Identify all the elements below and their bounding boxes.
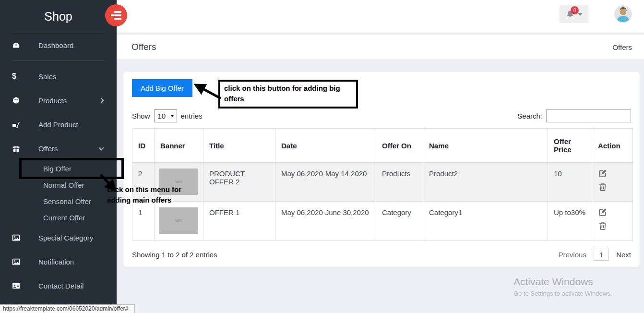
sidebar-item-label: Contact Detail <box>38 282 83 290</box>
table-row: 2 WIN PRODUCT OFFER 2 May 06,2020-May 14… <box>132 163 633 202</box>
sidebar-item-dashboard[interactable]: Dashboard <box>0 33 117 57</box>
caret-down-icon <box>578 13 583 16</box>
pagination-previous[interactable]: Previous <box>558 251 586 259</box>
header-date[interactable]: Date <box>275 129 376 163</box>
cell-action <box>592 163 633 202</box>
cell-price: Up to30% <box>548 202 592 241</box>
sidebar-item-products[interactable]: Products <box>0 88 117 112</box>
cell-id: 1 <box>132 202 155 241</box>
sidebar-item-label: Dashboard <box>38 41 73 49</box>
cell-action <box>592 202 633 241</box>
gift-icon <box>12 144 20 153</box>
annotation-text-button: click on this button for adding big offe… <box>224 84 340 103</box>
cell-name: Product2 <box>423 163 548 202</box>
sidebar-item-label: Add Product <box>38 120 78 129</box>
sidebar-subitem-normal-offer[interactable]: Normal Offer <box>0 177 117 193</box>
bell-icon: 0 <box>565 10 575 19</box>
sidebar-item-notification[interactable]: Notification <box>0 250 117 274</box>
notifications-button[interactable]: 0 <box>560 5 588 23</box>
contact-card-icon <box>12 282 20 290</box>
annotation-text-menu: click on this menu for adding main offer… <box>107 184 193 205</box>
sidebar-item-contact-detail[interactable]: Contact Detail <box>0 274 117 298</box>
sidebar-item-label: Notification <box>38 258 74 266</box>
status-url: https://freaktemplate.com/06052020/admin… <box>0 304 135 313</box>
brand-title: Shop <box>44 10 72 24</box>
header-offer-on[interactable]: Offer On <box>376 129 423 163</box>
cell-offer-on: Category <box>376 202 423 241</box>
entries-summary: Showing 1 to 2 of 2 entries <box>132 251 217 259</box>
dolly-icon <box>12 120 20 129</box>
brand: Shop <box>0 0 117 33</box>
gauge-icon <box>12 41 20 49</box>
image-icon <box>12 234 20 242</box>
edit-button[interactable] <box>598 207 608 218</box>
dollar-icon: $ <box>12 72 20 81</box>
sidebar-item-special-category[interactable]: Special Category <box>0 226 117 250</box>
table-footer: Showing 1 to 2 of 2 entries Previous 1 N… <box>132 249 631 261</box>
cell-banner: WIN <box>155 202 203 241</box>
trash-icon <box>598 221 608 231</box>
breadcrumb: Offers Offers <box>117 35 644 60</box>
add-big-offer-button[interactable]: Add Big Offer <box>132 79 192 97</box>
cell-title: PRODUCT OFFER 2 <box>203 163 275 202</box>
sidebar-subitem-sensonal-offer[interactable]: Sensonal Offer <box>0 193 117 209</box>
image-icon <box>12 258 20 266</box>
pagination: Previous 1 Next <box>558 249 631 261</box>
caret-down-icon <box>170 115 174 117</box>
sidebar-item-sales[interactable]: $ Sales <box>0 64 117 88</box>
search-input[interactable] <box>546 109 631 122</box>
page-size-value: 10 <box>158 112 166 120</box>
divider <box>12 60 105 61</box>
edit-icon <box>598 169 608 178</box>
sidebar-subitem-current-offer[interactable]: Current Offer <box>0 209 117 226</box>
sidebar-item-label: Sales <box>38 72 57 81</box>
content-area: Add Big Offer Show 10 entries Search: <box>117 60 644 313</box>
sidebar: Shop Dashboard $ Sales Products Add Prod… <box>0 0 117 313</box>
menu-icon <box>111 11 121 20</box>
sidebar-item-label: Special Category <box>38 234 93 242</box>
entries-label: entries <box>181 112 203 120</box>
sidebar-item-label: Products <box>38 96 67 105</box>
offers-table: ID Banner Title Date Offer On Name Offer… <box>132 128 633 241</box>
cell-name: Category1 <box>423 202 548 241</box>
chevron-down-icon <box>98 145 104 150</box>
pagination-page-1[interactable]: 1 <box>594 249 609 261</box>
table-header-row: ID Banner Title Date Offer On Name Offer… <box>132 129 633 163</box>
sidebar-item-offers[interactable]: Offers <box>0 136 117 160</box>
breadcrumb-link[interactable]: Offers <box>612 43 632 51</box>
page-size-select[interactable]: 10 <box>154 109 177 122</box>
header-banner[interactable]: Banner <box>155 129 203 163</box>
table-row: 1 WIN OFFER 1 May 06,2020-June 30,2020 C… <box>132 202 633 241</box>
page-title: Offers <box>131 42 156 52</box>
table-controls: Show 10 entries Search: <box>132 109 631 122</box>
cell-price: 10 <box>548 163 592 202</box>
sidebar-item-add-product[interactable]: Add Product <box>0 112 117 136</box>
topbar: 0 <box>117 0 644 33</box>
header-name[interactable]: Name <box>423 129 548 163</box>
offers-panel: Add Big Offer Show 10 entries Search: <box>124 71 639 267</box>
activate-windows-watermark: Activate Windows Go to Settings to activ… <box>513 276 612 297</box>
edit-icon <box>598 207 608 217</box>
delete-button[interactable] <box>598 182 608 193</box>
delete-button[interactable] <box>598 221 608 232</box>
search-control: Search: <box>517 109 631 122</box>
cell-title: OFFER 1 <box>203 202 275 241</box>
sidebar-toggle-button[interactable] <box>105 4 127 26</box>
header-id[interactable]: ID <box>132 129 155 163</box>
cube-icon <box>12 96 20 105</box>
header-offer-price[interactable]: Offer Price <box>548 129 592 163</box>
search-label: Search: <box>517 112 542 120</box>
user-avatar[interactable] <box>614 5 632 23</box>
cell-offer-on: Products <box>376 163 423 202</box>
pagination-next[interactable]: Next <box>616 251 631 259</box>
chevron-right-icon <box>98 97 104 103</box>
edit-button[interactable] <box>598 169 608 180</box>
show-label: Show <box>132 112 150 120</box>
annotation-box-menu <box>19 158 124 179</box>
trash-icon <box>598 182 608 192</box>
header-action[interactable]: Action <box>592 129 633 163</box>
sidebar-item-label: Offers <box>38 144 58 153</box>
header-title[interactable]: Title <box>203 129 275 163</box>
annotation-box-button: click on this button for adding big offe… <box>218 80 358 108</box>
page-size-control: Show 10 entries <box>132 109 203 122</box>
